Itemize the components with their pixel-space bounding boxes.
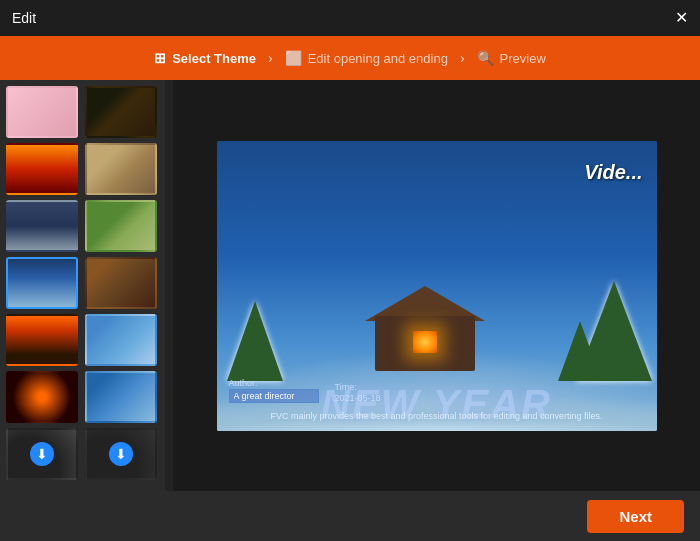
- time-field: Time: 2021-05-18: [335, 382, 381, 403]
- close-button[interactable]: ✕: [675, 10, 688, 26]
- sidebar-divider: [165, 80, 173, 491]
- step-select-theme-label: Select Theme: [172, 51, 256, 66]
- download-icon-13: ⬇: [30, 442, 54, 466]
- theme-thumbnail-3[interactable]: [6, 143, 78, 195]
- theme-thumbnail-5[interactable]: [6, 200, 78, 252]
- step-select-theme[interactable]: ⊞ Select Theme: [142, 50, 268, 66]
- main-content: ⬇⬇ NEW YEAR Vide...: [0, 80, 700, 491]
- bottom-bar: Next: [0, 491, 700, 541]
- theme-thumbnail-2[interactable]: [85, 86, 157, 138]
- preview-container: NEW YEAR Vide... Author: Time: 2021-05-1…: [217, 141, 657, 431]
- preview-info-bar: Author: Time: 2021-05-18: [217, 378, 657, 403]
- step-preview-label: Preview: [500, 51, 546, 66]
- download-icon-14: ⬇: [109, 442, 133, 466]
- edit-opening-icon: ⬜: [285, 50, 302, 66]
- step-edit-opening[interactable]: ⬜ Edit opening and ending: [273, 50, 460, 66]
- theme-thumbnail-10[interactable]: [85, 314, 157, 366]
- theme-thumbnail-8[interactable]: [85, 257, 157, 309]
- preview-image: NEW YEAR Vide... Author: Time: 2021-05-1…: [217, 141, 657, 431]
- preview-icon: 🔍: [477, 50, 494, 66]
- theme-thumbnail-13[interactable]: ⬇: [6, 428, 78, 480]
- cabin-window: [413, 331, 437, 353]
- author-label: Author:: [229, 378, 319, 388]
- author-input[interactable]: [229, 389, 319, 403]
- step-preview[interactable]: 🔍 Preview: [465, 50, 558, 66]
- theme-thumbnail-9[interactable]: [6, 314, 78, 366]
- time-value: 2021-05-18: [335, 393, 381, 403]
- step-bar: ⊞ Select Theme › ⬜ Edit opening and endi…: [0, 36, 700, 80]
- time-label: Time:: [335, 382, 381, 392]
- download-overlay-14: ⬇: [87, 430, 155, 478]
- theme-thumbnail-6[interactable]: [85, 200, 157, 252]
- theme-thumbnail-4[interactable]: [85, 143, 157, 195]
- theme-thumbnail-1[interactable]: [6, 86, 78, 138]
- window-title: Edit: [12, 10, 36, 26]
- preview-area: NEW YEAR Vide... Author: Time: 2021-05-1…: [173, 80, 700, 491]
- download-overlay-13: ⬇: [8, 430, 76, 478]
- select-theme-icon: ⊞: [154, 50, 166, 66]
- step-edit-opening-label: Edit opening and ending: [308, 51, 448, 66]
- next-button[interactable]: Next: [587, 500, 684, 533]
- cabin: [365, 291, 485, 371]
- title-bar: Edit ✕: [0, 0, 700, 36]
- theme-thumbnail-list: ⬇⬇: [0, 80, 165, 491]
- theme-thumbnail-7[interactable]: [6, 257, 78, 309]
- theme-thumbnail-11[interactable]: [6, 371, 78, 423]
- theme-thumbnail-12[interactable]: [85, 371, 157, 423]
- preview-vide-text: Vide...: [584, 161, 642, 184]
- preview-caption: FVC mainly provides the best and profess…: [217, 411, 657, 421]
- theme-thumbnail-14[interactable]: ⬇: [85, 428, 157, 480]
- author-field: Author:: [229, 378, 319, 403]
